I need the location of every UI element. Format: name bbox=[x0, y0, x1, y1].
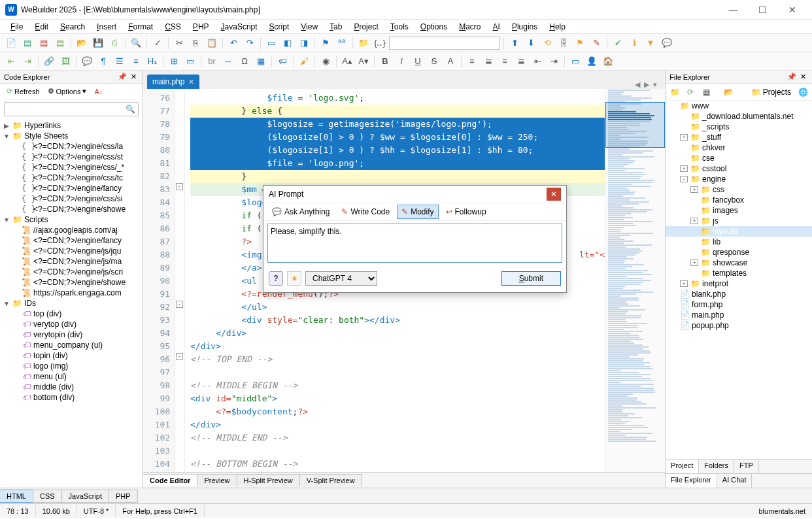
font-color-icon[interactable]: A bbox=[443, 54, 458, 69]
brush-icon[interactable]: 🖌 bbox=[297, 54, 311, 69]
tab-close-icon[interactable]: ✕ bbox=[188, 78, 194, 86]
file-tree[interactable]: 📁www📁_download.blumentals.net📁_scripts+📁… bbox=[666, 101, 812, 459]
tree-item[interactable]: 🏷menu_company (ul) bbox=[0, 340, 143, 350]
rtab[interactable]: FTP bbox=[734, 460, 759, 473]
tree-item[interactable]: { }<?=CDN;?>/engine/css/st bbox=[0, 152, 143, 162]
color-wheel-icon[interactable]: ◉ bbox=[318, 54, 333, 69]
bottom-tab[interactable]: V-Split Preview bbox=[299, 474, 362, 486]
tree-item[interactable]: 🏷logo (img) bbox=[0, 361, 143, 371]
globe-icon[interactable]: 🌐 bbox=[796, 86, 809, 99]
projects-button[interactable]: 📁Projects bbox=[749, 86, 794, 98]
tree-item[interactable]: 🏷topin (div) bbox=[0, 350, 143, 361]
tree-item[interactable]: 📜//ajax.googleapis.com/aj bbox=[0, 225, 143, 235]
rtab[interactable]: Project bbox=[666, 460, 699, 473]
pin-icon[interactable]: 📌 bbox=[116, 73, 129, 81]
tree-item[interactable]: 🏷verytopin (div) bbox=[0, 329, 143, 340]
align-center-icon[interactable]: ≣ bbox=[481, 54, 496, 69]
italic-icon[interactable]: I bbox=[394, 54, 409, 69]
tree-item[interactable]: { }<?=CDN;?>/engine/css/la bbox=[0, 141, 143, 152]
file-tree-item[interactable]: 📁templates bbox=[666, 268, 812, 278]
tree-item[interactable]: { }<?=CDN;?>/engine/css/_* bbox=[0, 162, 143, 173]
file-tree-item[interactable]: 📁images bbox=[666, 205, 812, 216]
copy-icon[interactable]: ⎘ bbox=[188, 36, 203, 50]
person-icon[interactable]: 👤 bbox=[584, 54, 599, 69]
file-tree-item[interactable]: 📄blank.php bbox=[666, 289, 812, 299]
indent-icon[interactable]: ⇥ bbox=[547, 54, 561, 69]
menu-javascript[interactable]: JavaScript bbox=[216, 21, 263, 33]
font-size-down-icon[interactable]: A▾ bbox=[356, 54, 371, 69]
close-button[interactable]: ✕ bbox=[777, 1, 807, 19]
explorer-icon[interactable]: 📂 bbox=[722, 86, 735, 99]
dialog-close-button[interactable]: ✕ bbox=[547, 188, 561, 201]
nbsp-icon[interactable]: ↔ bbox=[221, 54, 235, 69]
rtab[interactable]: File Explorer bbox=[666, 474, 717, 488]
file-tree-item[interactable]: 📁qresponse bbox=[666, 247, 812, 258]
new-php-icon[interactable]: ▤ bbox=[37, 36, 51, 50]
tree-item[interactable]: ▶📁Hyperlinks bbox=[0, 120, 143, 131]
tree-item[interactable]: ▼📁Style Sheets bbox=[0, 131, 143, 141]
preview-icon[interactable]: ▭ bbox=[264, 36, 279, 50]
maximize-button[interactable]: ☐ bbox=[748, 1, 777, 19]
browser-icon[interactable]: ◧ bbox=[280, 36, 295, 50]
pin-icon[interactable]: 📌 bbox=[785, 73, 798, 81]
new-file-icon[interactable]: 📄 bbox=[4, 36, 18, 50]
braces-icon[interactable]: {‥} bbox=[373, 36, 387, 50]
menu-php[interactable]: PHP bbox=[188, 21, 214, 33]
tree-item[interactable]: 📜<?=CDN;?>/engine/showe bbox=[0, 277, 143, 288]
tree-item[interactable]: { }<?=CDN;?>/engine/fancy bbox=[0, 183, 143, 193]
chat-icon[interactable]: 💬 bbox=[660, 36, 674, 50]
window-icon[interactable]: ▭ bbox=[568, 54, 583, 69]
menu-format[interactable]: Format bbox=[123, 21, 158, 33]
ask-anything-button[interactable]: 💬Ask Anything bbox=[267, 205, 334, 219]
list-ul-icon[interactable]: ☰ bbox=[112, 54, 127, 69]
snippet-combo[interactable] bbox=[389, 37, 500, 50]
file-tree-item[interactable]: -📁engine bbox=[666, 174, 812, 184]
code-explorer-tree[interactable]: ▶📁Hyperlinks▼📁Style Sheets{ }<?=CDN;?>/e… bbox=[0, 119, 143, 488]
write-code-button[interactable]: ✎Write Code bbox=[337, 205, 394, 219]
folder-open-icon[interactable]: 📁 bbox=[356, 36, 371, 50]
file-tree-item[interactable]: 📁chkver bbox=[666, 142, 812, 153]
table-icon[interactable]: ⊞ bbox=[167, 54, 181, 69]
menu-project[interactable]: Project bbox=[348, 21, 383, 33]
file-tree-item[interactable]: 📁layouts bbox=[666, 226, 812, 237]
file-tree-item[interactable]: 📁_download.blumentals.net bbox=[666, 111, 812, 122]
menu-search[interactable]: Search bbox=[55, 21, 90, 33]
menu-script[interactable]: Script bbox=[264, 21, 295, 33]
file-tree-item[interactable]: 📁cse bbox=[666, 153, 812, 163]
price-tag-icon[interactable]: 🏷 bbox=[275, 54, 290, 69]
new-html-icon[interactable]: ▤ bbox=[20, 36, 35, 50]
help-button[interactable]: ? bbox=[269, 271, 283, 286]
menu-edit[interactable]: Edit bbox=[29, 21, 54, 33]
omega-icon[interactable]: Ω bbox=[237, 54, 252, 69]
tree-item[interactable]: 🏷verytop (div) bbox=[0, 319, 143, 329]
file-tree-item[interactable]: +📁css bbox=[666, 184, 812, 195]
image-icon[interactable]: 🖼 bbox=[58, 54, 73, 69]
tab-next-icon[interactable]: ▶ bbox=[644, 80, 649, 89]
menu-help[interactable]: Help bbox=[544, 21, 571, 33]
prompt-textarea[interactable] bbox=[267, 224, 562, 263]
info-icon[interactable]: ℹ bbox=[627, 36, 641, 50]
calendar-icon[interactable]: ▦ bbox=[254, 54, 268, 69]
comment-icon[interactable]: 💬 bbox=[80, 54, 94, 69]
file-tree-item[interactable]: 📁_scripts bbox=[666, 122, 812, 132]
sort-button[interactable]: A↓ bbox=[92, 86, 105, 97]
tree-item[interactable]: 🏷menu (ul) bbox=[0, 371, 143, 382]
refresh-icon[interactable]: ⟳ bbox=[684, 86, 697, 99]
model-select[interactable]: ChatGPT 4 bbox=[305, 271, 377, 286]
search-icon[interactable]: 🔍 bbox=[129, 36, 143, 50]
rtab[interactable]: AI Chat bbox=[717, 474, 753, 488]
tree-item[interactable]: { }<?=CDN;?>/engine/css/si bbox=[0, 193, 143, 204]
bottom-tab[interactable]: Preview bbox=[197, 474, 237, 486]
save-icon[interactable]: 💾 bbox=[91, 36, 105, 50]
lang-tab-php[interactable]: PHP bbox=[109, 490, 138, 503]
file-tree-item[interactable]: +📁csstool bbox=[666, 163, 812, 174]
download-icon[interactable]: ⬇ bbox=[524, 36, 538, 50]
indent-left-icon[interactable]: ⇤ bbox=[4, 54, 18, 69]
flag-icon[interactable]: ⚑ bbox=[573, 36, 587, 50]
close-panel-icon[interactable]: ✕ bbox=[798, 73, 808, 81]
submit-button[interactable]: Submit bbox=[501, 271, 561, 286]
favorite-button[interactable]: ★ bbox=[287, 271, 301, 286]
tree-item[interactable]: 🏷middle (div) bbox=[0, 382, 143, 392]
link-icon[interactable]: 🔗 bbox=[42, 54, 56, 69]
strike-icon[interactable]: S bbox=[427, 54, 441, 69]
